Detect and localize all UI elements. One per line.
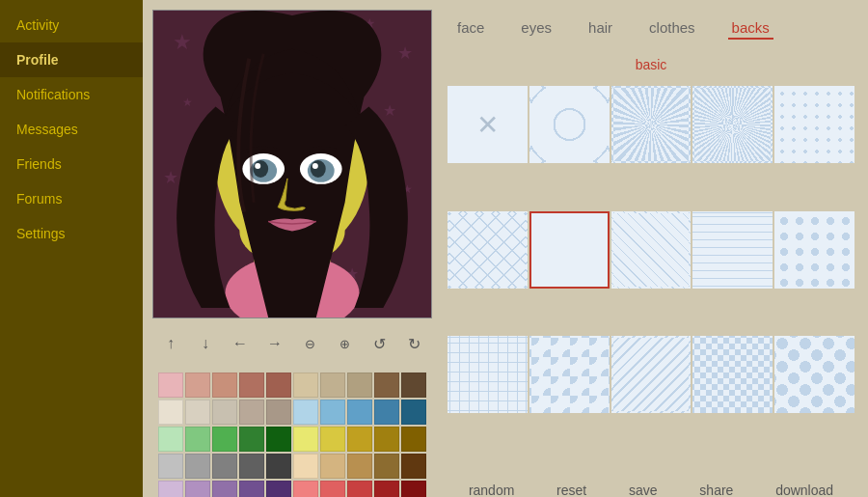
color-swatch[interactable]	[347, 481, 372, 497]
reset-button[interactable]: reset	[549, 479, 594, 497]
move-left-button[interactable]: ←	[227, 330, 254, 357]
color-swatch[interactable]	[401, 373, 426, 398]
rotate-right-button[interactable]: ↻	[400, 330, 427, 357]
bg-tile-hearts[interactable]	[774, 86, 854, 163]
save-button[interactable]: save	[621, 479, 665, 497]
color-swatch[interactable]	[266, 454, 291, 479]
bg-tile-radial[interactable]	[611, 86, 692, 163]
bg-tile-circles[interactable]	[529, 86, 610, 163]
color-swatch[interactable]	[239, 427, 264, 452]
color-swatch[interactable]	[401, 427, 426, 452]
tab-face[interactable]: face	[453, 17, 488, 40]
color-swatch[interactable]	[239, 454, 264, 479]
color-swatch[interactable]	[158, 400, 183, 425]
bg-tile-selected[interactable]	[529, 211, 610, 289]
sidebar-item-settings[interactable]: Settings	[0, 216, 143, 251]
move-right-button[interactable]: →	[261, 330, 288, 357]
svg-text:★: ★	[182, 96, 193, 109]
bg-tile-none[interactable]	[448, 86, 528, 163]
color-swatch[interactable]	[374, 427, 399, 452]
color-swatch[interactable]	[374, 373, 399, 398]
color-palette	[154, 369, 430, 497]
sidebar-item-notifications[interactable]: Notifications	[0, 77, 143, 112]
color-swatch[interactable]	[158, 427, 183, 452]
color-swatch[interactable]	[158, 481, 183, 497]
bg-tile-wavy[interactable]	[692, 211, 773, 289]
sidebar-item-activity[interactable]: Activity	[0, 8, 143, 42]
right-panel: face eyes hair clothes backs basic	[444, 10, 858, 497]
color-swatch[interactable]	[374, 454, 399, 479]
bg-tile-diagonal[interactable]	[611, 211, 692, 289]
tab-clothes[interactable]: clothes	[645, 17, 699, 40]
color-swatch[interactable]	[293, 454, 318, 479]
color-swatch[interactable]	[374, 400, 399, 425]
svg-point-25	[312, 163, 318, 169]
move-down-button[interactable]: ↓	[192, 330, 219, 357]
bg-tile-stripe[interactable]	[611, 336, 692, 413]
zoom-out-button[interactable]: ⊖	[296, 330, 323, 357]
sidebar-item-friends[interactable]: Friends	[0, 147, 143, 181]
category-tabs: face eyes hair clothes backs	[444, 10, 858, 47]
color-swatch[interactable]	[401, 481, 426, 497]
color-swatch[interactable]	[239, 373, 264, 398]
color-swatch[interactable]	[293, 373, 318, 398]
bg-tile-lace[interactable]	[529, 336, 610, 413]
color-swatch[interactable]	[320, 373, 345, 398]
color-swatch[interactable]	[293, 427, 318, 452]
color-swatch[interactable]	[212, 373, 237, 398]
bg-tile-dots[interactable]	[774, 211, 854, 289]
avatar-canvas[interactable]: ★ ★ ★ ★ ★ ★ ★ ★ ★ ★ ★ ★	[152, 10, 432, 318]
color-swatch[interactable]	[293, 400, 318, 425]
color-swatch[interactable]	[347, 454, 372, 479]
color-swatch[interactable]	[212, 481, 237, 497]
sidebar-item-forums[interactable]: Forums	[0, 181, 143, 216]
color-swatch[interactable]	[185, 427, 210, 452]
color-swatch[interactable]	[185, 481, 210, 497]
tab-backs[interactable]: backs	[728, 17, 773, 40]
sidebar-item-messages[interactable]: Messages	[0, 112, 143, 147]
color-swatch[interactable]	[320, 400, 345, 425]
color-swatch[interactable]	[158, 454, 183, 479]
color-swatch[interactable]	[401, 454, 426, 479]
color-swatch[interactable]	[320, 454, 345, 479]
color-swatch[interactable]	[266, 400, 291, 425]
rotate-left-button[interactable]: ↺	[366, 330, 393, 357]
color-swatch[interactable]	[185, 454, 210, 479]
color-swatch[interactable]	[239, 400, 264, 425]
color-swatch[interactable]	[212, 427, 237, 452]
color-swatch[interactable]	[185, 400, 210, 425]
color-swatch[interactable]	[266, 427, 291, 452]
color-swatch[interactable]	[212, 454, 237, 479]
color-swatch[interactable]	[239, 481, 264, 497]
sidebar: Activity Profile Notifications Messages …	[0, 0, 143, 497]
color-swatch[interactable]	[293, 481, 318, 497]
random-button[interactable]: random	[461, 479, 522, 497]
color-swatch[interactable]	[347, 373, 372, 398]
color-swatch[interactable]	[374, 481, 399, 497]
bg-tile-checker[interactable]	[692, 336, 773, 413]
sidebar-item-profile[interactable]: Profile	[0, 42, 143, 77]
move-up-button[interactable]: ↑	[157, 330, 184, 357]
color-swatch[interactable]	[266, 481, 291, 497]
background-grid	[444, 82, 858, 463]
bg-tile-floral[interactable]	[774, 336, 854, 413]
bg-tile-diamonds[interactable]	[448, 211, 528, 289]
tab-eyes[interactable]: eyes	[517, 17, 556, 40]
color-swatch[interactable]	[347, 427, 372, 452]
color-swatch[interactable]	[212, 400, 237, 425]
color-swatch[interactable]	[158, 373, 183, 398]
color-swatch[interactable]	[401, 400, 426, 425]
main-content: ★ ★ ★ ★ ★ ★ ★ ★ ★ ★ ★ ★	[143, 0, 868, 497]
color-swatch[interactable]	[185, 373, 210, 398]
bg-tile-burst[interactable]	[692, 86, 773, 163]
download-button[interactable]: download	[768, 479, 841, 497]
bg-tile-cross[interactable]	[448, 336, 528, 413]
color-swatch[interactable]	[266, 373, 291, 398]
color-swatch[interactable]	[347, 400, 372, 425]
color-swatch[interactable]	[320, 427, 345, 452]
color-swatch[interactable]	[320, 481, 345, 497]
share-button[interactable]: share	[692, 479, 741, 497]
tab-hair[interactable]: hair	[584, 17, 616, 40]
svg-point-20	[253, 160, 268, 178]
zoom-in-button[interactable]: ⊕	[331, 330, 358, 357]
